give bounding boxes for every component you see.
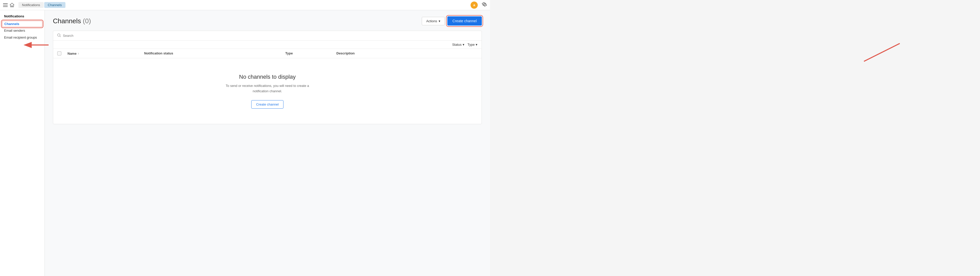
header-actions: Actions ▾ Create channel — [422, 16, 482, 25]
description-header-label: Description — [336, 51, 355, 55]
page-count: (0) — [83, 17, 91, 25]
svg-rect-1 — [3, 5, 8, 5]
sidebar-heading: Notifications — [0, 14, 45, 21]
type-chevron-icon: ▾ — [476, 43, 477, 46]
sidebar-item-channels[interactable]: Channels — [2, 21, 43, 27]
sidebar-item-email-recipient-groups[interactable]: Email recipient groups — [0, 34, 45, 41]
page-title: Channels (0) — [53, 17, 91, 25]
navbar: Notifications Channels a — [0, 0, 490, 10]
empty-create-label: Create channel — [256, 103, 278, 106]
empty-state: No channels to display To send or receiv… — [53, 58, 482, 124]
main-layout: Notifications Channels Email senders Ema… — [0, 10, 490, 276]
actions-label: Actions — [426, 19, 437, 23]
content-area: Channels (0) Actions ▾ Create channel — [45, 10, 490, 276]
actions-button[interactable]: Actions ▾ — [422, 17, 445, 25]
select-all-checkbox[interactable] — [57, 51, 61, 56]
status-filter-label: Status — [452, 43, 461, 46]
create-channel-label: Create channel — [452, 19, 477, 23]
sidebar: Notifications Channels Email senders Ema… — [0, 10, 45, 276]
type-header-label: Type — [285, 51, 293, 55]
checkbox-header — [57, 51, 67, 56]
search-icon — [57, 33, 61, 38]
breadcrumb-channels[interactable]: Channels — [44, 2, 65, 8]
chevron-down-icon: ▾ — [439, 19, 441, 23]
page-header: Channels (0) Actions ▾ Create channel — [53, 16, 482, 25]
sidebar-item-email-senders[interactable]: Email senders — [0, 27, 45, 34]
search-input[interactable] — [63, 34, 477, 38]
status-filter-button[interactable]: Status ▾ — [452, 43, 465, 46]
status-chevron-icon: ▾ — [463, 43, 465, 46]
name-header-label: Name — [67, 52, 76, 56]
create-channel-button[interactable]: Create channel — [447, 16, 482, 25]
breadcrumb-notifications[interactable]: Notifications — [18, 2, 44, 8]
table-container: Status ▾ Type ▾ Name ↑ Notification — [53, 31, 482, 124]
col-notification-status-header: Notification status — [144, 51, 285, 56]
home-icon[interactable] — [10, 3, 14, 7]
col-type-header: Type — [285, 51, 336, 56]
type-filter-label: Type — [468, 43, 475, 46]
name-sort-icon[interactable]: ↑ — [78, 52, 79, 55]
empty-state-subtitle-text: To send or receive notifications, you wi… — [226, 84, 309, 93]
navbar-left: Notifications Channels — [3, 2, 65, 8]
col-description-header: Description — [336, 51, 477, 56]
search-bar — [53, 31, 482, 41]
avatar[interactable]: a — [471, 2, 478, 9]
filter-bar: Status ▾ Type ▾ — [53, 41, 482, 49]
navbar-right: a — [471, 2, 487, 9]
page-title-text: Channels — [53, 17, 81, 25]
empty-state-title: No channels to display — [58, 74, 476, 80]
empty-create-channel-button[interactable]: Create channel — [251, 100, 283, 109]
svg-rect-0 — [3, 3, 8, 4]
type-filter-button[interactable]: Type ▾ — [468, 43, 477, 46]
notification-status-header-label: Notification status — [144, 51, 173, 55]
breadcrumb-tabs: Notifications Channels — [18, 2, 65, 8]
empty-state-subtitle: To send or receive notifications, you wi… — [58, 83, 476, 94]
col-name-header: Name ↑ — [67, 51, 144, 56]
hamburger-icon[interactable] — [3, 3, 8, 7]
settings-icon[interactable] — [482, 2, 487, 8]
svg-rect-2 — [3, 6, 8, 7]
table-header: Name ↑ Notification status Type Descript… — [53, 49, 482, 58]
